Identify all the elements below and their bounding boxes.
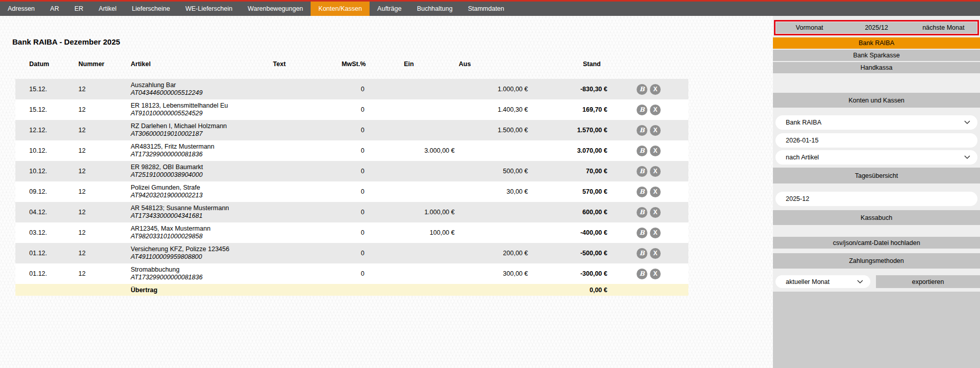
row-datum: 12.12. bbox=[15, 127, 67, 134]
row-referenz: AT251910000038904000 bbox=[131, 171, 256, 179]
account-ledger-panel: Bank RAIBA - Dezember 2025 Datum Nummer … bbox=[0, 16, 773, 368]
nav-tab-konten-kassen[interactable]: Konten/Kassen bbox=[311, 2, 370, 16]
delete-x-icon[interactable]: X bbox=[650, 228, 661, 238]
col-header-text: Text bbox=[256, 60, 302, 68]
delete-x-icon[interactable]: X bbox=[650, 248, 661, 259]
row-nummer: 12 bbox=[67, 147, 118, 154]
delete-x-icon[interactable]: X bbox=[650, 207, 661, 218]
export-period-value: aktueller Monat bbox=[786, 278, 829, 285]
col-header-aus: Aus bbox=[459, 60, 530, 68]
col-header-ein: Ein bbox=[400, 60, 459, 68]
delete-x-icon[interactable]: X bbox=[650, 166, 661, 177]
booking-b-icon[interactable]: B bbox=[637, 146, 647, 156]
row-datum: 15.12. bbox=[15, 106, 67, 113]
row-mwst: 0 bbox=[302, 147, 400, 154]
exportieren-button[interactable]: exportieren bbox=[876, 275, 980, 288]
table-row: 10.12. 12 ER 98282, OBI BaumarktAT251910… bbox=[15, 161, 688, 181]
table-row: 01.12. 12 Versicherung KFZ, Polizze 1234… bbox=[15, 243, 688, 263]
row-referenz: AT982033101000029858 bbox=[131, 233, 256, 240]
col-header-artikel: Artikel bbox=[118, 60, 256, 68]
row-aus: 1.400,30 € bbox=[459, 106, 530, 113]
nav-tab-artikel[interactable]: Artikel bbox=[91, 2, 125, 16]
row-aus: 300,00 € bbox=[459, 270, 530, 277]
chevron-down-icon bbox=[857, 280, 863, 284]
booking-date-field bbox=[775, 133, 977, 148]
row-artikel: AR12345, Max Mustermann bbox=[131, 225, 256, 233]
row-artikel: Versicherung KFZ, Polizze 123456 bbox=[131, 246, 256, 253]
booking-b-icon[interactable]: B bbox=[637, 269, 647, 279]
table-header-row: Datum Nummer Artikel Text MwSt.% Ein Aus… bbox=[15, 60, 688, 68]
upload-csv-button[interactable]: csv/json/camt-Datei hochladen bbox=[773, 237, 980, 249]
nav-tab-er[interactable]: ER bbox=[67, 2, 91, 16]
export-period-select[interactable]: aktueller Monat bbox=[775, 275, 870, 288]
uebertrag-row: Übertrag 0,00 € bbox=[15, 284, 688, 296]
nav-tab-we-lieferschein[interactable]: WE-Lieferschein bbox=[178, 2, 240, 16]
table-row: 15.12. 12 Auszahlung BarAT04344600000551… bbox=[15, 79, 688, 99]
nav-tab-buchhaltung[interactable]: Buchhaltung bbox=[409, 2, 460, 16]
row-aus: 30,00 € bbox=[459, 188, 530, 195]
row-mwst: 0 bbox=[302, 127, 400, 134]
row-ein: 3.000,00 € bbox=[400, 147, 459, 154]
table-row: 09.12. 12 Polizei Gmunden, StrafeAT94203… bbox=[15, 181, 688, 202]
current-month-label: 2025/12 bbox=[843, 24, 910, 31]
row-ein: 1.000,00 € bbox=[400, 209, 459, 216]
account-tab-handkassa[interactable]: Handkassa bbox=[773, 62, 980, 73]
sort-select-value: nach Artikel bbox=[786, 154, 819, 161]
tagesuebersicht-button[interactable]: Tagesübersicht bbox=[773, 168, 980, 183]
account-tab-bank-sparkasse[interactable]: Bank Sparkasse bbox=[773, 50, 980, 61]
month-input[interactable] bbox=[786, 195, 958, 202]
booking-b-icon[interactable]: B bbox=[637, 228, 647, 238]
sidebar-filler bbox=[773, 292, 980, 368]
booking-b-icon[interactable]: B bbox=[637, 84, 647, 95]
nav-tab-adressen[interactable]: Adressen bbox=[0, 2, 43, 16]
row-artikel: ER 18123, Lebensmittelhandel Eu bbox=[131, 102, 256, 110]
row-nummer: 12 bbox=[67, 168, 118, 175]
booking-b-icon[interactable]: B bbox=[637, 207, 647, 218]
row-ein: 100,00 € bbox=[400, 229, 459, 236]
row-datum: 10.12. bbox=[15, 168, 67, 175]
account-tab-bank-raiba[interactable]: Bank RAIBA bbox=[773, 37, 980, 49]
naechste-monat-button[interactable]: nächste Monat bbox=[910, 24, 977, 31]
table-row: 12.12. 12 RZ Darlehen I, Michael Holzman… bbox=[15, 120, 688, 140]
nav-tab-lieferscheine[interactable]: Lieferscheine bbox=[124, 2, 177, 16]
delete-x-icon[interactable]: X bbox=[650, 146, 661, 156]
row-datum: 15.12. bbox=[15, 86, 67, 93]
delete-x-icon[interactable]: X bbox=[650, 187, 661, 197]
row-aus: 500,00 € bbox=[459, 168, 530, 175]
sort-select[interactable]: nach Artikel bbox=[775, 150, 977, 165]
col-header-nummer: Nummer bbox=[67, 60, 118, 68]
row-nummer: 12 bbox=[67, 86, 118, 93]
row-referenz: AT173433000004341681 bbox=[131, 212, 256, 220]
table-row: 01.12. 12 StromabbuchungAT17329900000008… bbox=[15, 263, 688, 284]
row-artikel: Auszahlung Bar bbox=[131, 81, 256, 89]
kassabuch-button[interactable]: Kassabuch bbox=[773, 210, 980, 225]
nav-tab-ar[interactable]: AR bbox=[43, 2, 67, 16]
row-referenz: AT942032019000002213 bbox=[131, 192, 256, 199]
delete-x-icon[interactable]: X bbox=[650, 105, 661, 115]
vormonat-button[interactable]: Vormonat bbox=[776, 24, 843, 31]
row-datum: 01.12. bbox=[15, 270, 67, 277]
row-stand: 1.570,00 € bbox=[530, 127, 610, 134]
booking-b-icon[interactable]: B bbox=[637, 166, 647, 177]
nav-tab-stammdaten[interactable]: Stammdaten bbox=[460, 2, 512, 16]
delete-x-icon[interactable]: X bbox=[650, 84, 661, 95]
col-header-stand: Stand bbox=[530, 60, 610, 68]
booking-b-icon[interactable]: B bbox=[637, 125, 647, 136]
uebertrag-label: Übertrag bbox=[118, 287, 256, 294]
zahlungsmethoden-button[interactable]: Zahlungsmethoden bbox=[773, 253, 980, 269]
booking-b-icon[interactable]: B bbox=[637, 248, 647, 259]
row-stand: 600,00 € bbox=[530, 209, 610, 216]
konten-und-kassen-button[interactable]: Konten und Kassen bbox=[773, 93, 980, 108]
uebertrag-stand: 0,00 € bbox=[530, 287, 610, 294]
booking-b-icon[interactable]: B bbox=[637, 105, 647, 115]
nav-tab-auftraege[interactable]: Aufträge bbox=[370, 2, 409, 16]
delete-x-icon[interactable]: X bbox=[650, 269, 661, 279]
account-select[interactable]: Bank RAIBA bbox=[775, 115, 977, 130]
booking-b-icon[interactable]: B bbox=[637, 187, 647, 197]
row-stand: -500,00 € bbox=[530, 250, 610, 257]
delete-x-icon[interactable]: X bbox=[650, 125, 661, 136]
booking-date-input[interactable] bbox=[786, 137, 958, 144]
row-stand: -400,00 € bbox=[530, 229, 610, 236]
main-navigation: Adressen AR ER Artikel Lieferscheine WE-… bbox=[0, 2, 980, 16]
nav-tab-warenbewegungen[interactable]: Warenbewegungen bbox=[240, 2, 311, 16]
